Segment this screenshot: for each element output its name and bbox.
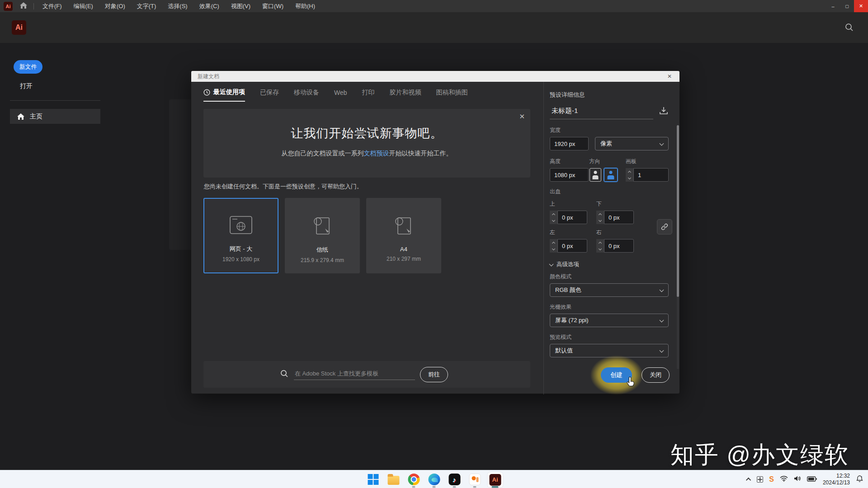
search-icon[interactable]: [845, 23, 854, 33]
orientation-label: 方向: [590, 158, 626, 165]
menu-type[interactable]: 文字(T): [131, 0, 162, 12]
adobe-stock-bar: 前往: [203, 361, 530, 388]
stock-search-input[interactable]: [294, 368, 415, 380]
menu-window[interactable]: 窗口(W): [256, 0, 289, 12]
bleed-right-input[interactable]: [604, 239, 634, 253]
tab-print[interactable]: 打印: [362, 88, 375, 102]
scrollbar-thumb[interactable]: [677, 125, 679, 297]
menu-object[interactable]: 对象(O): [99, 0, 131, 12]
color-mode-value: RGB 颜色: [555, 286, 581, 294]
go-button[interactable]: 前往: [420, 367, 448, 382]
width-input[interactable]: [550, 137, 589, 150]
close-window-button[interactable]: ✕: [854, 0, 868, 12]
open-button[interactable]: 打开: [20, 82, 33, 90]
tab-recent[interactable]: 最近使用项: [203, 88, 245, 102]
tab-film-video[interactable]: 胶片和视频: [390, 88, 421, 102]
tab-mobile[interactable]: 移动设备: [294, 88, 319, 102]
preview-mode-label: 预览模式: [550, 333, 669, 341]
advanced-options-toggle[interactable]: 高级选项: [550, 261, 669, 268]
bleed-bottom-stepper[interactable]: [596, 211, 604, 224]
illustrator-taskbar-button[interactable]: Ai: [485, 470, 505, 488]
banner-close-icon[interactable]: ✕: [519, 113, 525, 121]
minimize-button[interactable]: –: [826, 0, 840, 12]
color-mode-select[interactable]: RGB 颜色: [550, 283, 669, 297]
illustrator-window: Ai 文件(F) 编辑(E) 对象(O) 文字(T) 选择(S) 效果(C) 视…: [0, 0, 868, 488]
chevron-down-icon: [660, 318, 664, 323]
edge-button[interactable]: [424, 470, 444, 488]
preset-size: 215.9 x 279.4 mm: [301, 257, 344, 263]
tiktok-icon: ♪: [448, 474, 460, 485]
preset-size: 210 x 297 mm: [387, 256, 421, 262]
wifi-icon[interactable]: [780, 475, 788, 483]
notification-bell-icon[interactable]: z: [856, 475, 863, 484]
chrome-icon: [408, 474, 420, 485]
panel-title: 预设详细信息: [550, 91, 669, 99]
window-controls: – ▢ ✕: [826, 0, 868, 12]
banner-subtitle: 从您自己的文档设置或一系列文档预设开始以快速开始工作。: [203, 150, 530, 158]
bleed-left-stepper[interactable]: [550, 239, 557, 253]
step-down-icon[interactable]: [626, 175, 633, 182]
menu-help[interactable]: 帮助(H): [289, 0, 321, 12]
presets-intro-text: 您尚未创建任何文档。下面是一些预设创意，可帮助您入门。: [204, 183, 363, 191]
artboard-label: 画板: [626, 158, 669, 165]
menu-edit[interactable]: 编辑(E): [68, 0, 99, 12]
tab-art-illustration[interactable]: 图稿和插图: [436, 88, 468, 102]
battery-icon[interactable]: [807, 475, 817, 483]
start-button[interactable]: [363, 470, 383, 488]
media-app-button[interactable]: [465, 470, 485, 488]
menubar-divider: [33, 3, 34, 9]
menu-file[interactable]: 文件(F): [37, 0, 68, 12]
system-tray: S 12:32 2024/12/13 z: [747, 470, 863, 488]
tray-date: 2024/12/13: [823, 479, 850, 486]
tab-saved[interactable]: 已保存: [260, 88, 279, 102]
height-input[interactable]: [550, 168, 589, 182]
preset-card-letter[interactable]: 信纸 215.9 x 279.4 mm: [285, 198, 360, 273]
artboard-count-input[interactable]: [633, 168, 669, 182]
menu-effect[interactable]: 效果(C): [193, 0, 225, 12]
bleed-top-input[interactable]: [557, 211, 587, 224]
panel-scrollbar[interactable]: [677, 125, 679, 369]
sidebar-divider: [10, 100, 100, 101]
home-icon[interactable]: [20, 2, 27, 10]
new-file-button[interactable]: 新文件: [14, 60, 42, 74]
color-mode-label: 颜色模式: [550, 273, 669, 281]
tab-label: 图稿和插图: [436, 89, 468, 97]
tab-label: 胶片和视频: [390, 89, 421, 97]
bleed-bottom-input[interactable]: [604, 211, 634, 224]
document-name-input[interactable]: [550, 104, 653, 119]
landscape-orientation-icon[interactable]: [604, 168, 618, 182]
link-bleed-values-button[interactable]: [657, 219, 672, 235]
input-method-icon[interactable]: S: [769, 475, 774, 483]
chevron-down-icon: [660, 348, 664, 353]
sidebar-item-home[interactable]: 主页: [10, 109, 100, 124]
maximize-button[interactable]: ▢: [840, 0, 854, 12]
artboard-stepper[interactable]: [626, 168, 633, 182]
tray-app-icon[interactable]: [757, 476, 763, 483]
file-explorer-button[interactable]: [383, 470, 404, 488]
tray-time: 12:32: [823, 473, 850, 479]
clock-icon: [203, 89, 210, 96]
bleed-right-stepper[interactable]: [596, 239, 604, 253]
portrait-orientation-icon[interactable]: [590, 168, 601, 182]
document-presets-link[interactable]: 文档预设: [364, 150, 389, 157]
illustrator-logo-icon: Ai: [12, 20, 26, 35]
tray-expand-icon[interactable]: [746, 478, 751, 483]
download-icon[interactable]: [659, 106, 669, 117]
dialog-titlebar[interactable]: 新建文档 ✕: [191, 71, 679, 82]
bleed-left-input[interactable]: [557, 239, 587, 253]
volume-icon[interactable]: [794, 475, 801, 483]
tab-web[interactable]: Web: [334, 88, 347, 102]
chrome-button[interactable]: [404, 470, 424, 488]
preset-card-web-large[interactable]: 网页 - 大 868 x 488 px: [203, 198, 278, 273]
unit-select[interactable]: 像素: [595, 137, 669, 150]
menu-view[interactable]: 视图(V): [225, 0, 256, 12]
raster-effects-value: 屏幕 (72 ppi): [555, 316, 589, 324]
preset-card-a4[interactable]: A4 210 x 297 mm: [366, 198, 441, 273]
tiktok-button[interactable]: ♪: [444, 470, 465, 488]
dialog-close-icon[interactable]: ✕: [664, 71, 675, 82]
bleed-top-stepper[interactable]: [550, 211, 557, 224]
step-up-icon[interactable]: [626, 168, 633, 175]
clock[interactable]: 12:32 2024/12/13: [823, 473, 850, 486]
menu-select[interactable]: 选择(S): [162, 0, 193, 12]
raster-effects-select[interactable]: 屏幕 (72 ppi): [550, 314, 669, 327]
